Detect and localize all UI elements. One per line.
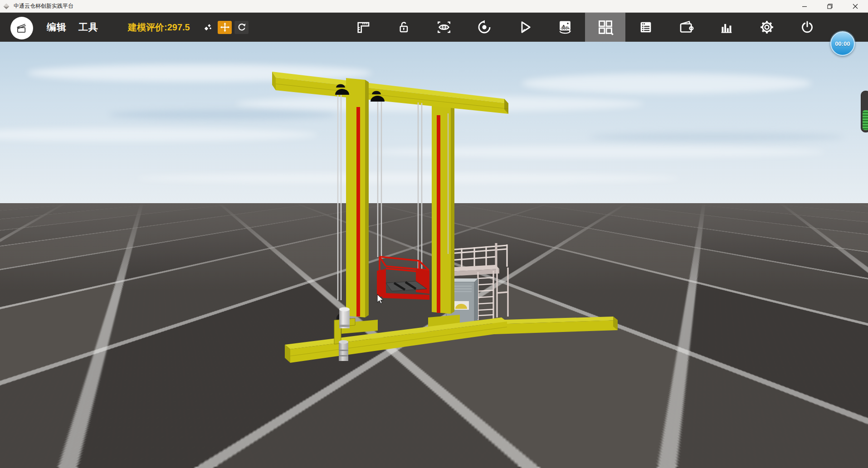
- 3d-viewport[interactable]: 2020中通云仓杯初赛正赛版本: [0, 42, 868, 468]
- clapperboard-logo-icon: [14, 20, 29, 36]
- app-icon: [2, 2, 10, 10]
- modeling-score: 建模评价:297.5: [128, 13, 190, 42]
- bar-chart-icon: [719, 20, 734, 35]
- zoom-level-fill: [863, 110, 868, 130]
- close-button[interactable]: [843, 0, 868, 13]
- scene-model-layer[interactable]: [0, 42, 868, 468]
- menu-edit[interactable]: 编辑: [47, 21, 67, 34]
- gantry-top-beam[interactable]: [272, 72, 508, 114]
- record-icon: [476, 19, 493, 35]
- titlebar: 中通云仓杯创新实践平台: [0, 0, 868, 13]
- ruler-icon: [356, 20, 371, 35]
- photo-360-icon: 360°: [556, 19, 574, 36]
- minimize-icon: [802, 4, 807, 9]
- move-tool-button[interactable]: [218, 21, 232, 34]
- move-arrows-icon: [219, 22, 230, 33]
- toolbar-actions: 360°: [343, 13, 827, 42]
- lock-icon: [396, 20, 411, 34]
- list-form-icon: [638, 20, 653, 35]
- guide-rail-right: [437, 115, 440, 313]
- transform-toolgroup: [201, 13, 249, 42]
- app-logo-button[interactable]: [10, 17, 33, 39]
- measure-button[interactable]: [343, 13, 383, 42]
- grid-search-icon: [597, 19, 614, 36]
- play-icon: [517, 19, 533, 35]
- list-button[interactable]: [625, 13, 666, 42]
- lift-cage[interactable]: [377, 257, 429, 300]
- play-button[interactable]: [504, 13, 545, 42]
- scale-tool-button[interactable]: [201, 21, 215, 34]
- menu-tools[interactable]: 工具: [78, 21, 98, 34]
- menubar: 编辑 工具: [47, 13, 98, 42]
- view-button[interactable]: [424, 13, 464, 42]
- photo-360-label: 360°: [561, 26, 569, 30]
- record-button[interactable]: [464, 13, 504, 42]
- rotate-tool-button[interactable]: [234, 21, 249, 34]
- session-timer-badge[interactable]: 00:00: [830, 31, 855, 56]
- window-controls: [792, 0, 868, 13]
- ladder-rungs: [478, 278, 493, 316]
- application-window: 中通云仓杯创新实践平台 编辑 工具 建模评价:297.5: [0, 0, 868, 468]
- power-button[interactable]: [787, 13, 827, 42]
- panorama-button[interactable]: 360°: [545, 13, 585, 42]
- library-button[interactable]: [585, 13, 625, 42]
- settings-button[interactable]: [746, 13, 787, 42]
- wallet-icon: [678, 19, 694, 35]
- base-beam-front[interactable]: [285, 317, 507, 363]
- lock-button[interactable]: [383, 13, 424, 42]
- rotate-icon: [237, 22, 247, 32]
- wallet-button[interactable]: [666, 13, 706, 42]
- guide-rail-left: [356, 107, 360, 317]
- minimize-button[interactable]: [792, 0, 817, 13]
- window-title: 中通云仓杯创新实践平台: [14, 2, 73, 10]
- base-beam-right[interactable]: [490, 317, 618, 334]
- close-icon: [853, 4, 858, 9]
- gantry-column-left[interactable]: [341, 78, 378, 334]
- main-toolbar: 编辑 工具 建模评价:297.5: [0, 13, 868, 42]
- restore-icon: [827, 4, 833, 9]
- restore-button[interactable]: [817, 0, 843, 13]
- stats-button[interactable]: [706, 13, 746, 42]
- gear-icon: [759, 19, 775, 35]
- scale-sparkle-icon: [203, 22, 214, 33]
- power-icon: [800, 20, 815, 35]
- zoom-level-meter[interactable]: [861, 91, 868, 132]
- eye-focus-icon: [436, 19, 452, 35]
